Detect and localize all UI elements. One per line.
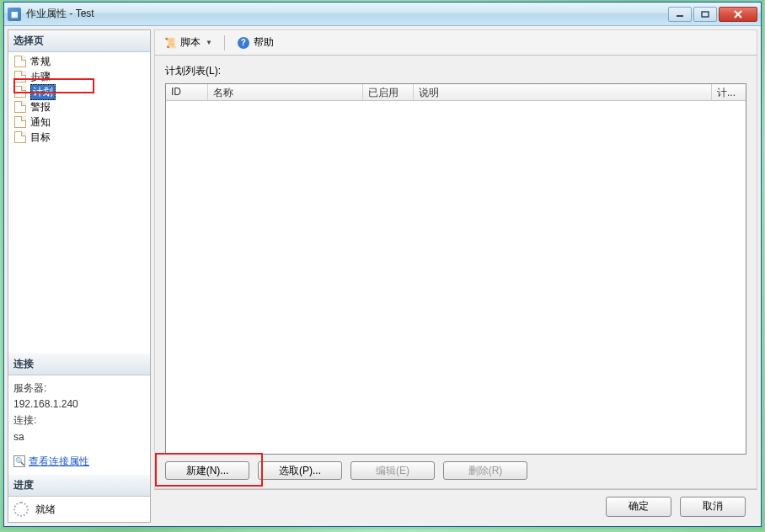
dialog-footer: 确定 取消	[154, 489, 757, 523]
edit-schedule-button: 编辑(E)	[350, 461, 435, 480]
server-label: 服务器:	[13, 380, 145, 396]
help-button[interactable]: ? 帮助	[233, 34, 277, 51]
delete-schedule-button: 删除(R)	[443, 461, 527, 480]
highlight-schedules-nav	[13, 78, 94, 93]
view-icon	[13, 455, 25, 467]
maximize-button[interactable]	[693, 7, 717, 22]
nav-label: 目标	[30, 130, 51, 145]
col-name[interactable]: 名称	[208, 84, 363, 100]
page-nav-list: 常规 步骤 计划 警报 通知	[8, 52, 150, 146]
page-icon	[13, 115, 27, 129]
script-label: 脚本	[180, 35, 201, 50]
app-icon: ▦	[8, 8, 21, 21]
nav-label: 常规	[30, 55, 51, 69]
close-button[interactable]	[719, 7, 757, 22]
nav-item-notifications[interactable]: 通知	[8, 114, 150, 130]
nav-item-alerts[interactable]: 警报	[8, 99, 150, 114]
left-pane: 选择页 常规 步骤 计划 警报	[8, 29, 151, 523]
col-plan[interactable]: 计...	[712, 84, 746, 100]
view-connection-props-link[interactable]: 查看连接属性	[29, 454, 89, 470]
script-button[interactable]: 📜 脚本 ▼	[160, 34, 216, 51]
schedule-button-row: 新建(N)... 选取(P)... 编辑(E) 删除(R)	[165, 455, 746, 483]
grid-header: ID 名称 已启用 说明 计...	[166, 84, 746, 101]
select-page-header: 选择页	[8, 30, 150, 52]
nav-item-targets[interactable]: 目标	[8, 130, 150, 145]
grid-body-empty	[166, 101, 746, 454]
ok-button[interactable]: 确定	[606, 497, 671, 517]
nav-label: 警报	[30, 100, 51, 114]
progress-header: 进度	[8, 475, 150, 497]
help-icon: ?	[237, 36, 250, 50]
progress-spinner-icon	[13, 502, 29, 517]
titlebar[interactable]: ▦ 作业属性 - Test	[4, 3, 761, 26]
script-icon: 📜	[163, 36, 177, 50]
chevron-down-icon: ▼	[206, 39, 212, 46]
progress-status: 就绪	[35, 503, 56, 517]
schedule-grid[interactable]: ID 名称 已启用 说明 计...	[165, 83, 746, 455]
col-desc[interactable]: 说明	[414, 84, 712, 100]
svg-rect-1	[702, 12, 709, 17]
col-enabled[interactable]: 已启用	[363, 84, 414, 100]
schedule-list-label: 计划列表(L):	[165, 64, 746, 78]
nav-item-general[interactable]: 常规	[8, 54, 150, 69]
highlight-new-button	[155, 453, 263, 487]
conn-value: sa	[13, 429, 145, 445]
job-properties-dialog: ▦ 作业属性 - Test 选择页 常规 步骤 计划	[3, 2, 762, 527]
page-icon	[13, 55, 27, 68]
nav-label: 通知	[30, 115, 51, 130]
window-title: 作业属性 - Test	[26, 7, 668, 21]
pick-schedule-button[interactable]: 选取(P)...	[258, 461, 342, 480]
right-pane: 📜 脚本 ▼ ? 帮助 计划列表(L): ID 名称 已启用 说	[154, 29, 757, 523]
cancel-button[interactable]: 取消	[680, 497, 746, 517]
toolbar: 📜 脚本 ▼ ? 帮助	[154, 29, 757, 56]
page-icon	[13, 130, 27, 144]
server-value: 192.168.1.240	[13, 396, 145, 412]
connection-header: 连接	[8, 354, 150, 375]
minimize-button[interactable]	[668, 7, 692, 22]
page-icon	[13, 100, 27, 114]
conn-label: 连接:	[13, 412, 145, 428]
help-label: 帮助	[254, 35, 274, 50]
col-id[interactable]: ID	[166, 84, 208, 100]
toolbar-separator	[224, 35, 225, 51]
progress-block: 就绪	[8, 497, 150, 522]
connection-info: 服务器: 192.168.1.240 连接: sa 查看连接属性	[8, 375, 150, 475]
